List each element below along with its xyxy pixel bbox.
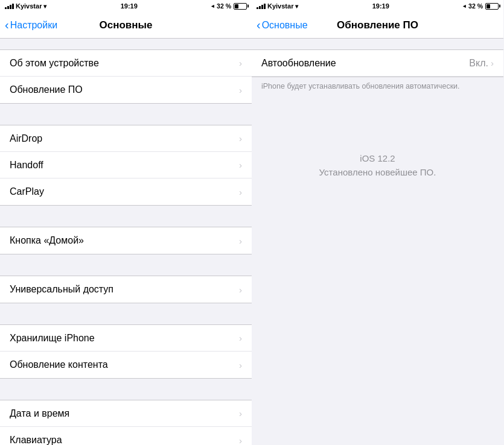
list-item-home-button[interactable]: Кнопка «Домой» › <box>0 227 252 254</box>
ios-status: Установлено новейшее ПО. <box>319 166 436 180</box>
right-back-button[interactable]: ‹ Основные <box>257 19 308 31</box>
list-item-device[interactable]: Об этом устройстве › <box>0 50 252 77</box>
location-icon: ◂ <box>211 3 214 9</box>
battery-icon <box>234 3 247 10</box>
signal-bars-icon <box>5 3 14 9</box>
right-carrier-label: Kyivstar <box>267 2 293 10</box>
chevron-right-icon: › <box>239 187 242 197</box>
chevron-right-icon: › <box>239 236 242 246</box>
left-nav-title: Основные <box>99 19 152 31</box>
right-nav-title: Обновление ПО <box>337 19 418 31</box>
list-item-airdrop[interactable]: AirDrop › <box>0 125 252 152</box>
left-status-bar: Kyivstar ▾ 19:19 ◂ 32 % <box>0 0 252 12</box>
gap-4 <box>0 303 252 324</box>
right-back-chevron-icon: ‹ <box>257 19 261 31</box>
chevron-right-icon: › <box>239 85 242 95</box>
right-panel: Kyivstar ▾ 19:19 ◂ 32 % ‹ Основные Обнов… <box>252 0 503 445</box>
auto-update-label: Автообновление <box>261 58 336 69</box>
list-item-accessibility[interactable]: Универсальный доступ › <box>0 276 252 303</box>
gap-5 <box>0 379 252 400</box>
right-content: Автообновление Вкл. › iPhone будет устан… <box>252 39 503 445</box>
right-nav-bar: ‹ Основные Обновление ПО <box>252 12 503 39</box>
left-content: Об этом устройстве › Обновление ПО › Air… <box>0 39 252 445</box>
chevron-right-icon: › <box>239 133 242 144</box>
right-status-bar: Kyivstar ▾ 19:19 ◂ 32 % <box>252 0 503 12</box>
right-battery-icon <box>485 3 499 10</box>
left-section-5: Хранилище iPhone › Обновление контента › <box>0 324 252 379</box>
right-wifi-icon: ▾ <box>295 3 298 10</box>
right-battery-pct: 32 % <box>468 2 483 10</box>
gap-2 <box>0 206 252 227</box>
right-status-left: Kyivstar ▾ <box>257 2 298 10</box>
carrier-label: Kyivstar <box>16 2 42 10</box>
left-panel: Kyivstar ▾ 19:19 ◂ 32 % ‹ Настройки Осно… <box>0 0 252 445</box>
gap-top-1 <box>0 39 252 49</box>
chevron-right-icon: › <box>239 58 242 68</box>
left-nav-bar: ‹ Настройки Основные <box>0 12 252 39</box>
ios-version-area: iOS 12.2 Установлено новейшее ПО. <box>252 116 503 215</box>
left-section-1: Об этом устройстве › Обновление ПО › <box>0 49 252 104</box>
wifi-icon: ▾ <box>43 3 46 10</box>
right-status-right: ◂ 32 % <box>463 2 499 10</box>
chevron-right-icon: › <box>239 285 242 295</box>
chevron-right-icon: › <box>239 160 242 170</box>
chevron-right-icon: › <box>239 435 242 446</box>
list-item-carplay[interactable]: CarPlay › <box>0 178 252 205</box>
left-back-chevron-icon: ‹ <box>5 19 9 31</box>
left-section-6: Дата и время › Клавиатура › <box>0 400 252 445</box>
left-section-3: Кнопка «Домой» › <box>0 227 252 254</box>
auto-update-description: iPhone будет устанавливать обновления ав… <box>252 77 503 98</box>
right-back-label: Основные <box>262 20 308 31</box>
gap-3 <box>0 254 252 276</box>
left-battery-pct: 32 % <box>217 2 231 10</box>
list-item-keyboard[interactable]: Клавиатура › <box>0 427 252 445</box>
gap-1 <box>0 104 252 125</box>
left-time: 19:19 <box>121 2 138 10</box>
list-item-datetime[interactable]: Дата и время › <box>0 400 252 427</box>
list-item-background-refresh[interactable]: Обновление контента › <box>0 352 252 378</box>
chevron-right-icon: › <box>239 360 242 370</box>
left-section-2: AirDrop › Handoff › CarPlay › <box>0 125 252 206</box>
left-back-label: Настройки <box>10 20 57 31</box>
left-status-right: ◂ 32 % <box>211 2 247 10</box>
right-location-icon: ◂ <box>463 3 466 9</box>
list-item-handoff[interactable]: Handoff › <box>0 152 252 178</box>
auto-update-row[interactable]: Автообновление Вкл. › <box>252 50 503 77</box>
list-item-software-update[interactable]: Обновление ПО › <box>0 77 252 103</box>
left-status-left: Kyivstar ▾ <box>5 2 46 10</box>
right-gap-top <box>252 39 503 49</box>
left-back-button[interactable]: ‹ Настройки <box>5 19 57 31</box>
left-section-4: Универсальный доступ › <box>0 276 252 303</box>
auto-update-section: Автообновление Вкл. › <box>252 49 503 77</box>
right-gap-mid <box>252 98 503 116</box>
right-signal-bars-icon <box>257 3 266 9</box>
chevron-right-icon: › <box>239 333 242 343</box>
auto-update-value: Вкл. <box>469 58 488 69</box>
auto-update-chevron-icon: › <box>491 58 494 68</box>
right-time: 19:19 <box>372 2 389 10</box>
auto-update-value-group: Вкл. › <box>469 58 494 69</box>
chevron-right-icon: › <box>239 408 242 418</box>
list-item-storage[interactable]: Хранилище iPhone › <box>0 325 252 352</box>
ios-version: iOS 12.2 <box>319 152 436 166</box>
